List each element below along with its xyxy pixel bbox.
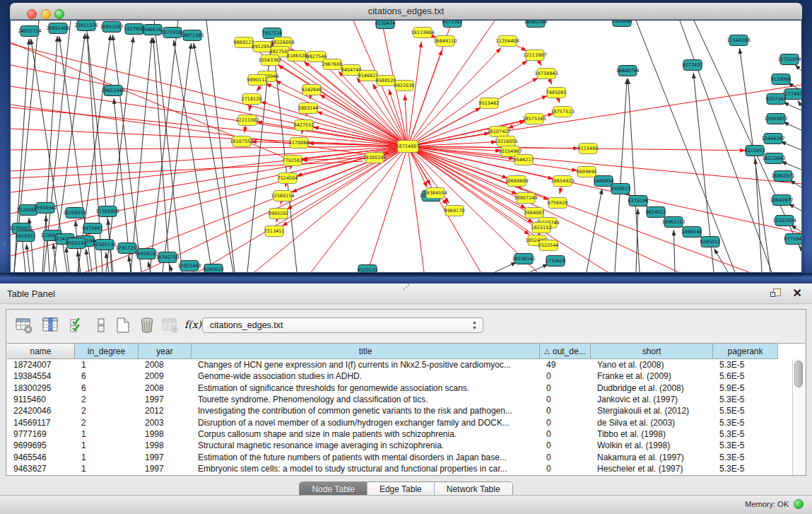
- graph-node[interactable]: 18807249: [514, 193, 537, 204]
- graph-node[interactable]: 7792583: [283, 156, 303, 166]
- graph-node[interactable]: 9756928: [548, 198, 568, 209]
- graph-node[interactable]: 2529540: [612, 21, 632, 27]
- table-row[interactable]: 1938455462009Genome-wide association stu…: [7, 370, 792, 382]
- table-row[interactable]: 1872400712008Changes of HCN gene express…: [7, 359, 792, 370]
- table-row[interactable]: 946362711997Embryonic stem cells: a mode…: [7, 463, 792, 474]
- graph-node[interactable]: 15992071: [771, 171, 794, 182]
- graph-node[interactable]: 20691406: [46, 23, 69, 34]
- graph-node[interactable]: 9277437: [683, 60, 703, 71]
- graph-node[interactable]: 12213987: [523, 50, 546, 61]
- graph-node[interactable]: 8130474: [375, 21, 396, 29]
- graph-node[interactable]: 15938541: [33, 203, 57, 214]
- graph-node[interactable]: 1440954: [594, 176, 614, 187]
- graph-node[interactable]: 10653287: [100, 22, 123, 33]
- graph-node[interactable]: 1896548: [682, 227, 702, 238]
- graph-node[interactable]: 7485083: [546, 88, 567, 98]
- graph-node[interactable]: 4170066: [289, 138, 310, 148]
- graph-node[interactable]: 9822030: [394, 81, 415, 91]
- table-row[interactable]: 969969511998Structural magnetic resonanc…: [7, 440, 792, 451]
- graph-node[interactable]: 19654923: [551, 176, 574, 187]
- minimize-window-button[interactable]: [41, 9, 51, 19]
- delete-selected-icon[interactable]: [138, 316, 158, 336]
- graph-node[interactable]: 16562204: [524, 21, 547, 28]
- graph-node[interactable]: 9624512: [646, 207, 666, 218]
- window-titlebar[interactable]: citations_edges.txt: [10, 3, 802, 20]
- graph-node[interactable]: 11254408: [495, 36, 519, 47]
- column-header[interactable]: short: [591, 344, 713, 359]
- graph-node[interactable]: 8995202: [269, 209, 289, 219]
- graph-node[interactable]: 2684067: [524, 208, 545, 218]
- graph-node[interactable]: 9699695: [577, 167, 597, 177]
- graph-node[interactable]: 16210643: [762, 153, 785, 164]
- graph-node[interactable]: 2522544: [539, 240, 559, 251]
- column-header[interactable]: pagerank: [713, 344, 778, 359]
- citation-network-graph[interactable]: 2405572420691406239113761065328715276021…: [11, 21, 801, 272]
- table-row[interactable]: 946554611997Estimation of the future num…: [7, 451, 792, 462]
- column-header[interactable]: year: [139, 344, 192, 359]
- graph-node[interactable]: 16958107: [134, 249, 158, 259]
- create-table-icon[interactable]: [114, 316, 134, 336]
- graph-node[interactable]: 2803144: [298, 103, 319, 114]
- table-settings-icon[interactable]: [15, 316, 35, 336]
- graph-node[interactable]: 8969170: [445, 206, 465, 216]
- column-header[interactable]: name: [7, 344, 75, 359]
- graph-node[interactable]: 9242848: [302, 85, 322, 95]
- graph-node[interactable]: 10640977: [770, 195, 793, 206]
- graph-node[interactable]: 9227343: [766, 94, 787, 105]
- column-header[interactable]: title: [192, 344, 540, 359]
- splitter-handle[interactable]: [402, 284, 411, 291]
- table-row[interactable]: 2242004622012Investigating the contribut…: [7, 405, 792, 416]
- graph-node[interactable]: 9215953: [745, 146, 765, 156]
- table-row[interactable]: 1830029562008Estimation of significance …: [7, 382, 792, 394]
- graph-node[interactable]: 18724007: [396, 141, 419, 153]
- graph-node[interactable]: 16648794: [616, 66, 639, 76]
- graph-node[interactable]: 9515462: [479, 98, 500, 109]
- graph-node[interactable]: 9588520: [376, 76, 396, 86]
- graph-node[interactable]: 9358923: [611, 184, 631, 194]
- graph-node[interactable]: 24055724: [18, 26, 41, 37]
- graph-node[interactable]: 8186328: [287, 51, 307, 62]
- close-window-button[interactable]: [27, 9, 37, 19]
- column-header[interactable]: in_degree: [75, 344, 139, 359]
- graph-node[interactable]: 12093872: [764, 114, 787, 124]
- graph-node[interactable]: 12213302: [235, 115, 259, 126]
- graph-node[interactable]: 1615152: [531, 223, 552, 233]
- graph-node[interactable]: 18107553: [230, 136, 253, 147]
- graph-node[interactable]: 14136141: [512, 254, 535, 264]
- row-tools-icon[interactable]: [92, 316, 112, 336]
- close-panel-icon[interactable]: ✕: [793, 286, 802, 300]
- graph-node[interactable]: 18575165: [522, 114, 546, 124]
- graph-node[interactable]: 9975487: [83, 223, 103, 234]
- graph-node[interactable]: 20653346: [101, 86, 124, 96]
- graph-node[interactable]: 10543362: [258, 55, 281, 66]
- network-canvas[interactable]: 2405572420691406239113761065328715276021…: [11, 21, 801, 272]
- graph-node[interactable]: 9505193: [66, 238, 87, 249]
- graph-node[interactable]: 12444197: [761, 134, 784, 144]
- graph-node[interactable]: 16649110: [433, 36, 457, 47]
- graph-node[interactable]: 8427552: [294, 120, 314, 131]
- show-columns-icon[interactable]: [42, 316, 61, 336]
- graph-node[interactable]: 12103504: [772, 216, 796, 226]
- function-builder-icon[interactable]: f(x): [184, 319, 201, 330]
- graph-node[interactable]: 6771941: [784, 234, 801, 245]
- graph-node[interactable]: 13216055: [494, 136, 517, 147]
- scrollbar-thumb[interactable]: [794, 361, 803, 387]
- table-row[interactable]: 1456911722003Disruption of a novel membe…: [7, 416, 792, 428]
- graph-node[interactable]: 9115460: [578, 144, 599, 154]
- graph-node[interactable]: 9546217: [514, 155, 534, 165]
- graph-node[interactable]: 9890112: [247, 75, 268, 86]
- table-selector-dropdown[interactable]: citations_edges.txt ▲▼: [202, 317, 483, 333]
- graph-node[interactable]: 2967608: [322, 59, 343, 70]
- collapse-arrow-icon[interactable]: [1, 240, 6, 247]
- graph-node[interactable]: 20206556: [63, 208, 86, 218]
- select-all-icon[interactable]: [69, 316, 88, 336]
- graph-node[interactable]: 15751074: [777, 54, 801, 65]
- graph-node[interactable]: 9520133: [358, 265, 378, 273]
- float-panel-icon[interactable]: [770, 288, 781, 298]
- graph-node[interactable]: 2718120: [242, 94, 262, 105]
- zoom-window-button[interactable]: [54, 9, 64, 19]
- graph-node[interactable]: 10688609: [505, 176, 528, 187]
- table-row[interactable]: 911546021997Tourette syndrome. Phenomeno…: [7, 394, 792, 405]
- graph-node[interactable]: 19671385: [180, 30, 204, 41]
- graph-node[interactable]: 17359928: [95, 206, 119, 217]
